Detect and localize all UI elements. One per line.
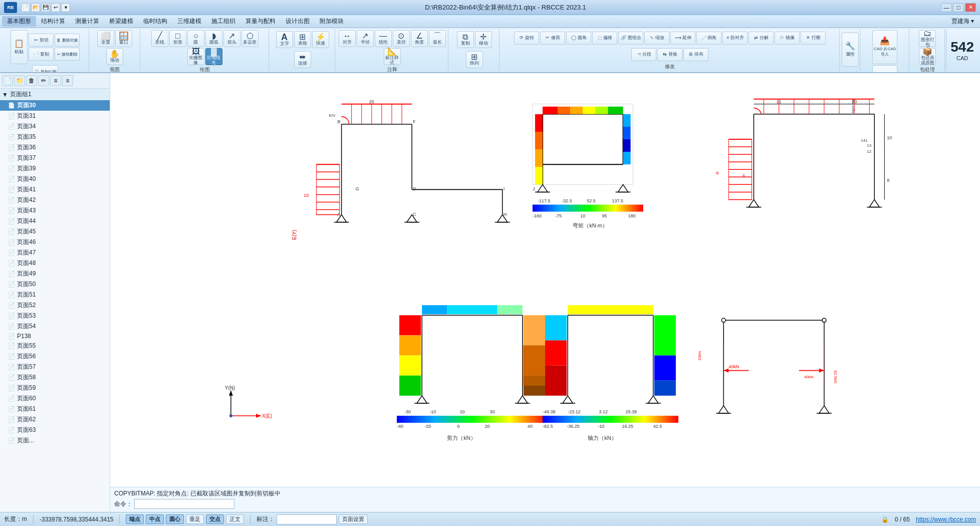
- tree-group-header[interactable]: ▼ 页面组1: [0, 89, 110, 100]
- command-input[interactable]: [134, 499, 234, 509]
- angle-btn[interactable]: ∠角度: [411, 30, 428, 47]
- menu-temp-structure[interactable]: 临时结构: [138, 16, 172, 27]
- arrow-btn[interactable]: ↗箭头: [223, 30, 240, 47]
- trim-btn[interactable]: ✂ 修剪: [540, 32, 565, 45]
- connect-btn[interactable]: ⬌连接: [294, 51, 311, 68]
- page-tree[interactable]: ▼ 页面组1 📄 页面30 📄页面31 📄页面34 📄页面35 📄页面36 📄页…: [0, 89, 110, 512]
- polyline-btn[interactable]: ╱折线: [151, 30, 168, 47]
- snap-perpendicular[interactable]: 垂足: [186, 514, 204, 524]
- replace-btn[interactable]: ⇆ 替换: [657, 48, 682, 61]
- snap-endpoint[interactable]: 端点: [126, 514, 144, 524]
- extend-btn[interactable]: ⟶ 延伸: [670, 32, 695, 45]
- more-btn[interactable]: ▾: [61, 3, 70, 12]
- explode-btn[interactable]: ⇌ 分解: [749, 32, 774, 45]
- sidebar-delete-btn[interactable]: 🗑: [26, 75, 37, 86]
- copy-btn[interactable]: 📄 复制: [29, 48, 54, 61]
- unpack-btn[interactable]: 📦包还原成原图: [919, 48, 936, 65]
- page-item-61[interactable]: 📄页面61: [0, 404, 110, 414]
- page-item-57[interactable]: 📄页面57: [0, 362, 110, 372]
- diameter-btn[interactable]: ⊙直径: [393, 30, 410, 47]
- page-item-35[interactable]: 📄页面35: [0, 132, 110, 142]
- page-item-44[interactable]: 📄页面44: [0, 216, 110, 226]
- page-item-39[interactable]: 📄页面39: [0, 163, 110, 174]
- chamfer-btn[interactable]: ╱ 倒角: [696, 32, 721, 45]
- linear-btn[interactable]: —线性: [375, 30, 392, 47]
- menu-3d[interactable]: 三维建模: [172, 16, 206, 27]
- page-item-more[interactable]: 📄页面...: [0, 435, 110, 446]
- rotate-btn[interactable]: ⟳ 旋转: [514, 32, 539, 45]
- undo-delete-btn[interactable]: ↩ 撤销删除: [55, 48, 80, 61]
- align2-btn[interactable]: ≡ 卧对齐: [722, 32, 748, 45]
- snap-text[interactable]: 正文: [226, 514, 244, 524]
- window-view-btn[interactable]: 🪟窗口: [115, 30, 132, 47]
- copy-bitmap-btn[interactable]: 📋 复制位图: [32, 65, 58, 73]
- menu-basic-shapes[interactable]: 基本图形: [2, 16, 36, 27]
- offset-btn[interactable]: ⬚ 偏移: [592, 32, 617, 45]
- delete-obj-btn[interactable]: 🗑 删除对象: [55, 34, 80, 47]
- page-item-43[interactable]: 📄页面43: [0, 205, 110, 216]
- page-item-54[interactable]: 📄页面54: [0, 321, 110, 332]
- menu-structural-calc[interactable]: 结构计算: [36, 16, 70, 27]
- copy2-btn[interactable]: ⧉复制: [457, 31, 474, 48]
- canvas-area[interactable]: E(Y) 10: [110, 73, 980, 512]
- page-item-46[interactable]: 📄页面46: [0, 237, 110, 247]
- cut-btn[interactable]: ✂ 剪切: [29, 34, 54, 47]
- page-item-63[interactable]: 📄页面63: [0, 425, 110, 435]
- mirror-btn[interactable]: ▷ 镜像: [775, 32, 800, 45]
- user-menu[interactable]: 贾建海 ▾: [951, 17, 978, 26]
- snap-circle-center[interactable]: 圆心: [166, 514, 184, 524]
- sidebar-open-btn[interactable]: 📁: [14, 75, 25, 86]
- page-item-42[interactable]: 📄页面42: [0, 195, 110, 205]
- sidebar-new-btn[interactable]: 📄: [2, 75, 13, 86]
- open-file-btn[interactable]: 📂: [31, 3, 40, 12]
- page-item-34[interactable]: 📄页面34: [0, 121, 110, 132]
- page-item-47[interactable]: 📄页面47: [0, 247, 110, 258]
- dim-style-btn[interactable]: 📐标注样式: [384, 48, 401, 65]
- sidebar-align2-btn[interactable]: ≡: [62, 75, 73, 86]
- table-btn[interactable]: ⊞表格: [294, 31, 311, 48]
- menu-quantity[interactable]: 算量与配料: [240, 16, 281, 27]
- new-file-btn[interactable]: 📄: [21, 3, 30, 12]
- sidebar-edit-btn[interactable]: ✏: [38, 75, 49, 86]
- properties-btn[interactable]: 🔧 属性: [842, 33, 859, 67]
- raster-btn[interactable]: 🖼光栅图像: [187, 48, 204, 65]
- page-settings-btn[interactable]: 页面设置: [339, 514, 368, 524]
- page-item-56[interactable]: 📄页面56: [0, 351, 110, 362]
- page-item-51[interactable]: 📄页面51: [0, 290, 110, 300]
- fill-btn[interactable]: ▓区域填充: [205, 48, 222, 65]
- website-link[interactable]: https://www.rbcce.com: [916, 516, 976, 523]
- page-item-49[interactable]: 📄页面49: [0, 269, 110, 279]
- circle-btn[interactable]: ○圆: [187, 30, 204, 47]
- page-item-37[interactable]: 📄页面37: [0, 153, 110, 163]
- sidebar-align-btn[interactable]: ≡: [50, 75, 61, 86]
- import-cad-btn[interactable]: 📥 CAD 从CAD导入: [872, 30, 897, 64]
- paste-btn[interactable]: 📋 粘贴: [11, 30, 28, 64]
- array-btn[interactable]: ⊞阵列: [466, 51, 483, 68]
- text-btn[interactable]: A文字: [276, 31, 293, 48]
- page-item-36[interactable]: 📄页面36: [0, 142, 110, 153]
- menu-addons[interactable]: 附加模块: [315, 16, 349, 27]
- page-item-53[interactable]: 📄页面53: [0, 311, 110, 321]
- radius-btn[interactable]: ↗半径: [357, 30, 374, 47]
- close-btn[interactable]: ✕: [965, 3, 976, 12]
- save-btn[interactable]: 💾: [41, 3, 50, 12]
- scale-btn[interactable]: ⤡ 缩放: [644, 32, 669, 45]
- segment-btn[interactable]: ⊣ 分段: [631, 48, 656, 61]
- arc-length-btn[interactable]: ⌒弧长: [429, 30, 446, 47]
- page-item-50[interactable]: 📄页面50: [0, 279, 110, 290]
- menu-design[interactable]: 设计出图: [281, 16, 315, 27]
- export-cad-btn[interactable]: 📤 CAD 导出到CAD: [872, 65, 897, 73]
- page-item-60[interactable]: 📄页面60: [0, 393, 110, 404]
- page-item-62[interactable]: 📄页面62: [0, 414, 110, 425]
- minimize-btn[interactable]: —: [941, 3, 952, 12]
- full-view-btn[interactable]: ⬜全显: [97, 30, 114, 47]
- page-item-45[interactable]: 📄页面45: [0, 226, 110, 237]
- snap-midpoint[interactable]: 中点: [146, 514, 164, 524]
- page-item-58[interactable]: 📄页面58: [0, 372, 110, 383]
- move-btn[interactable]: ✛移动: [475, 31, 492, 48]
- align-dim-btn[interactable]: ↔对齐: [339, 30, 356, 47]
- pack-btn[interactable]: 🗂图形打包: [919, 30, 936, 47]
- rect-btn[interactable]: □矩形: [169, 30, 186, 47]
- quick-btn[interactable]: ⚡快速: [312, 31, 329, 48]
- polygon-btn[interactable]: ⬠多边形: [241, 30, 259, 47]
